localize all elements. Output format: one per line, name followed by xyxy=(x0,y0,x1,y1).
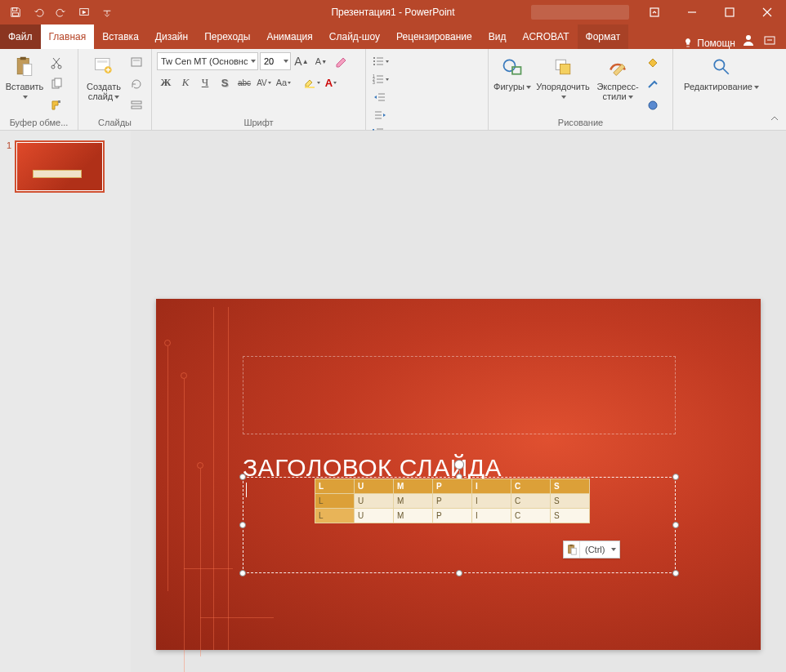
decrease-indent-icon[interactable] xyxy=(371,88,389,106)
slide-section-icon[interactable] xyxy=(127,96,145,114)
close-icon[interactable] xyxy=(748,0,786,24)
change-case-button[interactable]: Aa xyxy=(275,73,293,91)
share-icon[interactable] xyxy=(763,33,776,49)
font-color-icon[interactable]: A xyxy=(322,73,340,91)
char-spacing-button[interactable]: AV xyxy=(255,73,273,91)
slide-canvas[interactable]: ЗАГОЛОВОК СЛАЙДА L U M P I xyxy=(156,299,761,650)
tell-me-search[interactable]: Помощн xyxy=(676,38,742,49)
tab-review[interactable]: Рецензирование xyxy=(388,24,480,49)
redo-icon[interactable] xyxy=(51,0,72,24)
svg-rect-14 xyxy=(55,78,61,87)
save-icon[interactable] xyxy=(5,0,26,24)
slide-reset-icon[interactable] xyxy=(127,75,145,93)
minimize-icon[interactable] xyxy=(673,0,711,24)
cut-icon[interactable] xyxy=(47,54,65,72)
highlight-color-icon[interactable] xyxy=(302,73,320,91)
svg-rect-22 xyxy=(132,106,141,109)
start-from-beginning-icon[interactable] xyxy=(74,0,95,24)
thumbnail-pane[interactable]: 1 xyxy=(0,131,131,672)
quick-styles-button[interactable]: Экспресс-стили xyxy=(595,52,641,101)
tab-design[interactable]: Дизайн xyxy=(147,24,196,49)
svg-point-6 xyxy=(746,35,751,40)
find-icon xyxy=(708,54,735,80)
paste-options-smarttag[interactable]: (Ctrl) xyxy=(563,541,620,559)
tab-acrobat[interactable]: ACROBAT xyxy=(514,24,577,49)
tab-view[interactable]: Вид xyxy=(480,24,515,49)
collapse-ribbon-icon[interactable] xyxy=(768,112,781,125)
workspace: 1 ЗАГОЛОВОК СЛАЙДА xyxy=(0,131,786,672)
font-size-combo[interactable]: 20 xyxy=(260,52,291,70)
resize-handle[interactable] xyxy=(672,570,679,576)
window-title: Презентация1 - PowerPoint xyxy=(331,7,454,18)
clear-formatting-icon[interactable] xyxy=(332,52,350,70)
svg-rect-10 xyxy=(23,65,32,76)
svg-point-26 xyxy=(373,64,375,65)
undo-icon[interactable] xyxy=(28,0,49,24)
svg-rect-44 xyxy=(571,548,576,554)
resize-handle[interactable] xyxy=(239,474,246,480)
shape-outline-icon[interactable] xyxy=(644,75,662,93)
italic-button[interactable]: К xyxy=(176,73,194,91)
group-editing: Редактирование xyxy=(673,49,770,130)
shapes-icon xyxy=(499,54,525,80)
numbering-icon[interactable]: 123 xyxy=(371,70,389,88)
ribbon: Вставить Буфер обме... Создать слайд xyxy=(0,49,786,131)
paste-options-label: (Ctrl) xyxy=(580,545,608,554)
tab-format[interactable]: Формат xyxy=(578,24,629,49)
shape-fill-icon[interactable] xyxy=(644,54,662,72)
shrink-font-icon[interactable]: A▼ xyxy=(312,52,330,70)
tab-insert[interactable]: Вставка xyxy=(94,24,147,49)
tell-me-label: Помощн xyxy=(697,38,735,49)
font-group-label: Шрифт xyxy=(157,116,360,130)
bold-button[interactable]: Ж xyxy=(157,73,175,91)
thumb-table-icon xyxy=(33,170,82,178)
underline-button[interactable]: Ч xyxy=(196,73,214,91)
quick-styles-label: Экспресс-стили xyxy=(595,82,641,101)
slide-layout-icon[interactable] xyxy=(127,54,145,72)
tab-slideshow[interactable]: Слайд-шоу xyxy=(321,24,388,49)
editing-label: Редактирование xyxy=(684,82,759,91)
resize-handle[interactable] xyxy=(672,474,679,480)
resize-handle[interactable] xyxy=(672,522,679,528)
paste-options-dropdown-icon[interactable] xyxy=(608,548,619,551)
group-clipboard: Вставить Буфер обме... xyxy=(0,49,78,130)
slide-thumbnail-1[interactable] xyxy=(15,140,105,193)
bullets-icon[interactable] xyxy=(371,52,389,70)
title-placeholder-outline xyxy=(243,356,676,434)
svg-point-41 xyxy=(714,60,724,69)
new-slide-button[interactable]: Создать слайд xyxy=(83,52,124,101)
resize-handle[interactable] xyxy=(239,570,246,576)
paste-icon xyxy=(11,54,38,80)
paste-button[interactable]: Вставить xyxy=(5,52,44,101)
copy-icon[interactable] xyxy=(47,75,65,93)
shape-effects-icon[interactable] xyxy=(644,96,662,114)
svg-rect-43 xyxy=(569,545,573,546)
slide-editor[interactable]: ЗАГОЛОВОК СЛАЙДА L U M P I xyxy=(131,131,786,672)
slide-table[interactable]: L U M P I C S L U M P I C S xyxy=(315,478,590,523)
ribbon-options-icon[interactable] xyxy=(636,0,673,24)
tab-home[interactable]: Главная xyxy=(41,24,95,49)
svg-rect-17 xyxy=(97,60,107,63)
tab-file[interactable]: Файл xyxy=(0,24,41,49)
shapes-button[interactable]: Фигуры xyxy=(493,52,531,91)
strikethrough-button[interactable]: abc xyxy=(235,73,253,91)
slides-group-label: Слайды xyxy=(83,116,146,130)
rotation-handle-icon[interactable] xyxy=(454,460,464,470)
arrange-button[interactable]: Упорядочить xyxy=(534,52,592,101)
signin-icon[interactable] xyxy=(742,33,755,49)
increase-indent-icon[interactable] xyxy=(371,106,389,124)
table-row: L U M P I C S xyxy=(315,509,590,523)
format-painter-icon[interactable] xyxy=(47,96,65,114)
resize-handle[interactable] xyxy=(456,570,462,576)
editing-button[interactable]: Редактирование xyxy=(681,52,762,91)
resize-handle[interactable] xyxy=(239,522,246,528)
maximize-icon[interactable] xyxy=(711,0,748,24)
tab-transitions[interactable]: Переходы xyxy=(196,24,258,49)
font-name-combo[interactable]: Tw Cen MT (Основнс xyxy=(157,52,258,70)
tab-animation[interactable]: Анимация xyxy=(258,24,320,49)
arrange-icon xyxy=(550,54,576,80)
grow-font-icon[interactable]: A▲ xyxy=(293,52,310,70)
new-slide-icon xyxy=(91,54,117,80)
shadow-button[interactable]: S xyxy=(216,73,234,91)
qat-customize-icon[interactable] xyxy=(96,0,118,24)
